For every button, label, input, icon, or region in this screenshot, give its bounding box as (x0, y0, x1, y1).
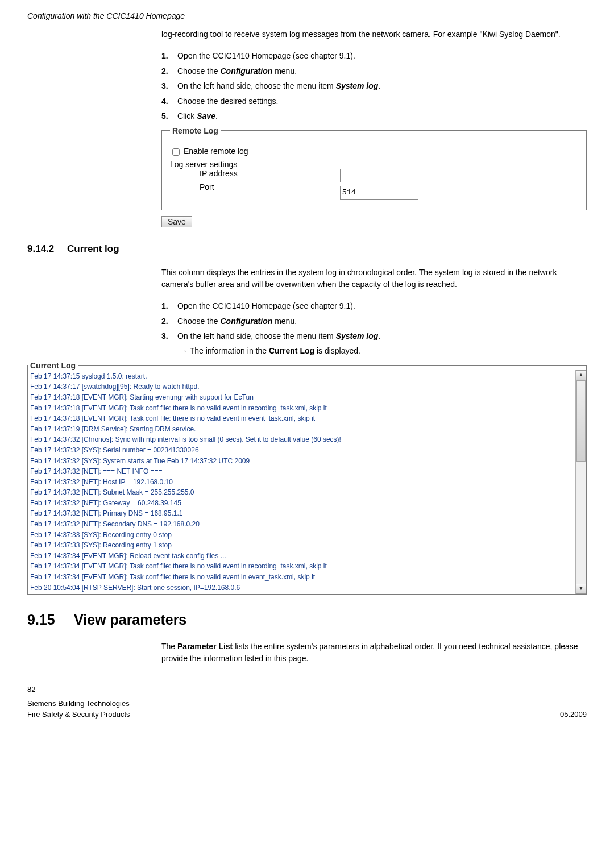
scroll-down-button[interactable]: ▼ (576, 584, 586, 594)
scroll-up-button[interactable]: ▲ (576, 370, 586, 380)
log-line: Feb 17 14:37:18 [EVENT MGR]: Task conf f… (30, 413, 573, 424)
log-server-settings-label: Log server settings (170, 160, 578, 169)
scrollbar[interactable]: ▲ ▼ (575, 370, 586, 594)
section-9-14-2-num: 9.14.2 (27, 243, 67, 255)
log-line: Feb 17 14:37:34 [EVENT MGR]: Reload even… (30, 551, 573, 562)
step-number: 4. (161, 96, 177, 107)
step-item: 3.On the left hand side, choose the menu… (161, 331, 587, 342)
log-line: Feb 17 14:37:32 [NET]: Gateway = 60.248.… (30, 498, 573, 509)
arrow-icon: → (180, 346, 188, 355)
para-9-14-2: This column displays the entries in the … (161, 267, 587, 290)
remote-log-fieldset: Remote Log Enable remote log Log server … (161, 126, 587, 210)
step-number: 1. (161, 51, 177, 62)
ip-address-input[interactable] (340, 169, 418, 182)
port-label: Port (200, 182, 238, 192)
intro-text: log-recording tool to receive system log… (161, 28, 587, 40)
log-line: Feb 17 14:37:32 [NET]: === NET INFO === (30, 466, 573, 477)
step-item: 3.On the left hand side, choose the menu… (161, 81, 587, 92)
step-number: 3. (161, 81, 177, 92)
section-9-15-title: View parameters (74, 612, 186, 628)
log-line: Feb 20 10:54:04 [RTSP SERVER]: Start one… (30, 583, 573, 593)
log-line: Feb 17 14:37:32 [NET]: Secondary DNS = 1… (30, 519, 573, 530)
step-number: 2. (161, 66, 177, 77)
log-line: Feb 17 14:37:19 [DRM Service]: Starting … (30, 424, 573, 435)
enable-remote-log-label: Enable remote log (184, 147, 248, 156)
log-line: Feb 17 14:37:32 [NET]: Host IP = 192.168… (30, 477, 573, 488)
save-button[interactable]: Save (161, 216, 192, 227)
log-line: Feb 17 14:37:17 [swatchdog][95]: Ready t… (30, 381, 573, 392)
log-line: Feb 17 14:37:34 [EVENT MGR]: Task conf f… (30, 572, 573, 583)
steps-list-2: 1.Open the CCIC1410 Homepage (see chapte… (161, 301, 587, 342)
page-header: Configuration with the CCIC1410 Homepage (27, 11, 185, 20)
current-log-fieldset: Current Log Feb 17 14:37:15 syslogd 1.5.… (27, 361, 587, 595)
footer-date: 05.2009 (560, 709, 587, 720)
remote-log-legend: Remote Log (170, 126, 221, 135)
section-9-14-2-heading: 9.14.2 Current log (27, 243, 587, 255)
log-line: Feb 17 14:37:32 [SYS]: Serial number = 0… (30, 445, 573, 456)
log-line: Feb 17 14:37:32 [NET]: Primary DNS = 168… (30, 508, 573, 519)
para-9-15: The Parameter List lists the entire syst… (161, 641, 587, 665)
footer-company: Siemens Building Technologies (27, 699, 130, 709)
log-line: Feb 17 14:37:34 [EVENT MGR]: Task conf f… (30, 561, 573, 572)
current-log-legend: Current Log (28, 361, 78, 370)
arrow-result-line: → The information in the Current Log is … (180, 346, 587, 355)
current-log-textarea[interactable]: Feb 17 14:37:15 syslogd 1.5.0: restart.F… (28, 370, 575, 594)
log-line: Feb 17 14:37:32 [Chronos]: Sync with ntp… (30, 434, 573, 445)
section-9-15-num: 9.15 (27, 612, 74, 628)
step-item: 2.Choose the Configuration menu. (161, 66, 587, 77)
divider (27, 696, 587, 696)
step-item: 5.Click Save. (161, 111, 587, 122)
port-input[interactable] (340, 186, 418, 200)
divider (27, 256, 587, 256)
step-number: 1. (161, 301, 177, 312)
page-number: 82 (27, 685, 587, 693)
log-line: Feb 17 14:37:18 [EVENT MGR]: Task conf f… (30, 403, 573, 414)
step-item: 1.Open the CCIC1410 Homepage (see chapte… (161, 51, 587, 62)
footer-division: Fire Safety & Security Products (27, 709, 130, 720)
ip-address-label: IP address (200, 169, 238, 178)
divider (27, 630, 587, 630)
scroll-track[interactable] (576, 380, 586, 584)
enable-remote-log-checkbox[interactable] (172, 148, 180, 156)
scroll-thumb[interactable] (576, 380, 586, 462)
step-number: 3. (161, 331, 177, 342)
section-9-15-heading: 9.15View parameters (27, 612, 587, 628)
log-line: Feb 17 14:37:33 [SYS]: Recording entry 1… (30, 540, 573, 551)
log-line: Feb 17 14:37:32 [NET]: Subnet Mask = 255… (30, 487, 573, 498)
log-line: Feb 17 14:37:18 [EVENT MGR]: Starting ev… (30, 392, 573, 403)
step-item: 4.Choose the desired settings. (161, 96, 587, 107)
log-line: Feb 17 14:37:15 syslogd 1.5.0: restart. (30, 371, 573, 382)
step-number: 2. (161, 316, 177, 327)
step-number: 5. (161, 111, 177, 122)
log-line: Feb 17 14:37:33 [SYS]: Recording entry 0… (30, 530, 573, 541)
page-footer: 82 Siemens Building Technologies Fire Sa… (27, 685, 587, 720)
steps-list-1: 1.Open the CCIC1410 Homepage (see chapte… (161, 51, 587, 122)
step-item: 2.Choose the Configuration menu. (161, 316, 587, 327)
section-9-14-2-title: Current log (67, 243, 119, 255)
step-item: 1.Open the CCIC1410 Homepage (see chapte… (161, 301, 587, 312)
log-line: Feb 17 14:37:32 [SYS]: System starts at … (30, 456, 573, 467)
